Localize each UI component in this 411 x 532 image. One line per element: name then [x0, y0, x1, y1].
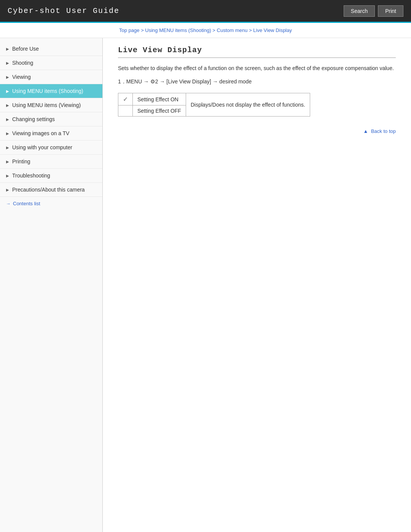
sidebar-item-label-2: Viewing	[12, 74, 31, 80]
sidebar-item-label-7: Using with your computer	[12, 144, 72, 150]
breadcrumb: Top page > Using MENU items (Shooting) >…	[0, 23, 411, 38]
header-buttons: Search Print	[344, 5, 403, 17]
back-to-top: ▲ Back to top	[118, 128, 396, 134]
triangle-up-icon: ▲	[363, 128, 368, 134]
sidebar-item-2[interactable]: ▶Viewing	[0, 70, 102, 84]
site-header: Cyber-shot User Guide Search Print	[0, 0, 411, 23]
sidebar-arrow-icon-6: ▶	[6, 131, 9, 136]
arrow-right-icon: →	[6, 201, 11, 206]
contents-list-link[interactable]: → Contents list	[0, 197, 102, 210]
sidebar-item-6[interactable]: ▶Viewing images on a TV	[0, 126, 102, 141]
table-desc-cell: Displays/Does not display the effect of …	[186, 93, 310, 117]
back-to-top-link[interactable]: ▲ Back to top	[363, 128, 396, 134]
back-to-top-label: Back to top	[371, 128, 396, 134]
sidebar-arrow-icon-5: ▶	[6, 117, 9, 121]
site-title: Cyber-shot User Guide	[8, 6, 119, 15]
breadcrumb-current[interactable]: Live View Display	[253, 27, 292, 33]
sidebar-item-9[interactable]: ▶Troubleshooting	[0, 169, 102, 183]
sidebar-item-7[interactable]: ▶Using with your computer	[0, 141, 102, 155]
sidebar-arrow-icon-4: ▶	[6, 103, 9, 107]
sidebar-item-3[interactable]: ▶Using MENU items (Shooting)	[0, 84, 102, 98]
sidebar-arrow-icon-8: ▶	[6, 160, 9, 164]
sidebar-item-label-9: Troubleshooting	[12, 173, 50, 179]
checkmark-icon-0: ✓	[123, 96, 128, 102]
sidebar-item-5[interactable]: ▶Changing settings	[0, 112, 102, 126]
breadcrumb-sep1: >	[141, 27, 145, 33]
settings-table: ✓Setting Effect ONDisplays/Does not disp…	[118, 93, 310, 117]
sidebar-item-label-1: Shooting	[12, 60, 33, 66]
page-instruction: 1．MENU → ⚙2 → [Live View Display] → desi…	[118, 78, 396, 85]
table-option-cell-0: Setting Effect ON	[133, 93, 186, 105]
sidebar-item-8[interactable]: ▶Printing	[0, 155, 102, 169]
main-content: Live View Display Sets whether to displa…	[103, 38, 411, 532]
sidebar-item-label-5: Changing settings	[12, 116, 55, 122]
sidebar-item-label-8: Printing	[12, 158, 30, 165]
sidebar-item-1[interactable]: ▶Shooting	[0, 56, 102, 70]
sidebar-item-label-6: Viewing images on a TV	[12, 130, 69, 136]
sidebar-arrow-icon-0: ▶	[6, 47, 9, 51]
table-option-cell-1: Setting Effect OFF	[133, 105, 186, 117]
sidebar-item-0[interactable]: ▶Before Use	[0, 42, 102, 56]
sidebar-item-label-0: Before Use	[12, 46, 39, 52]
breadcrumb-top[interactable]: Top page	[119, 27, 140, 33]
contents-list-label: Contents list	[13, 201, 40, 206]
breadcrumb-sep2: >	[212, 27, 217, 33]
page-title: Live View Display	[118, 46, 396, 58]
sidebar-item-4[interactable]: ▶Using MENU items (Viewing)	[0, 98, 102, 112]
sidebar-arrow-icon-9: ▶	[6, 174, 9, 178]
sidebar-arrow-icon-2: ▶	[6, 75, 9, 79]
table-row-0: ✓Setting Effect ONDisplays/Does not disp…	[118, 93, 310, 105]
sidebar-item-label-10: Precautions/About this camera	[12, 187, 85, 193]
table-check-cell-0: ✓	[118, 93, 133, 105]
print-button[interactable]: Print	[378, 5, 403, 17]
search-button[interactable]: Search	[344, 5, 375, 17]
sidebar-arrow-icon-7: ▶	[6, 145, 9, 150]
sidebar-arrow-icon-3: ▶	[6, 89, 9, 93]
breadcrumb-sep3: >	[249, 27, 253, 33]
main-layout: ▶Before Use▶Shooting▶Viewing▶Using MENU …	[0, 38, 411, 532]
sidebar-arrow-icon-1: ▶	[6, 61, 9, 65]
sidebar: ▶Before Use▶Shooting▶Viewing▶Using MENU …	[0, 38, 103, 532]
breadcrumb-using-menu[interactable]: Using MENU items (Shooting)	[145, 27, 211, 33]
sidebar-item-label-4: Using MENU items (Viewing)	[12, 102, 81, 108]
sidebar-arrow-icon-10: ▶	[6, 188, 9, 192]
sidebar-item-label-3: Using MENU items (Shooting)	[12, 88, 83, 94]
table-check-cell-1	[118, 105, 133, 117]
breadcrumb-custom-menu[interactable]: Custom menu	[217, 27, 248, 33]
sidebar-item-10[interactable]: ▶Precautions/About this camera	[0, 183, 102, 197]
page-description: Sets whether to display the effect of a …	[118, 64, 396, 72]
